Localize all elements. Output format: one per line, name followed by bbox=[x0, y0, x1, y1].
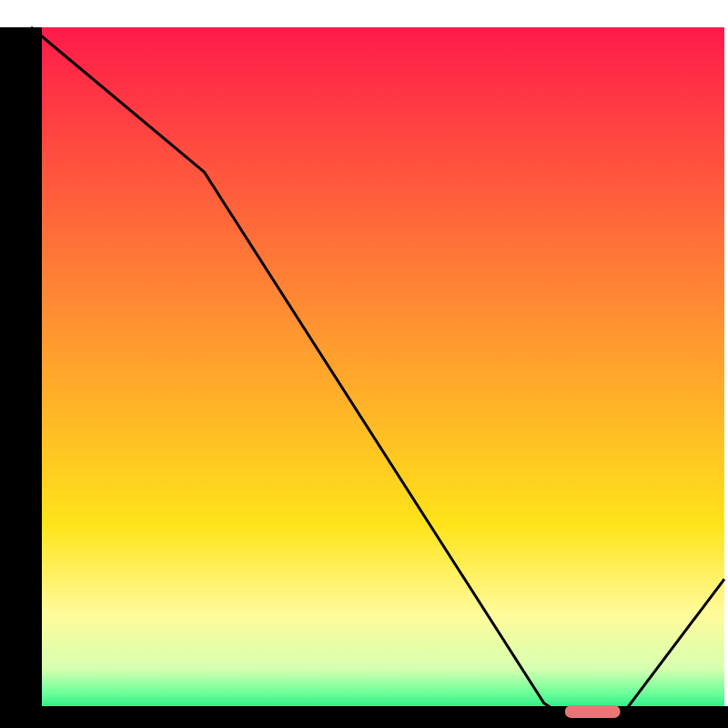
gradient-background bbox=[31, 27, 724, 717]
top-margin bbox=[0, 0, 728, 27]
plot-area bbox=[0, 0, 728, 728]
bottleneck-chart bbox=[0, 0, 728, 728]
optimal-range-marker bbox=[565, 705, 621, 718]
chart-container: TheBottleneck.com bbox=[0, 0, 728, 728]
